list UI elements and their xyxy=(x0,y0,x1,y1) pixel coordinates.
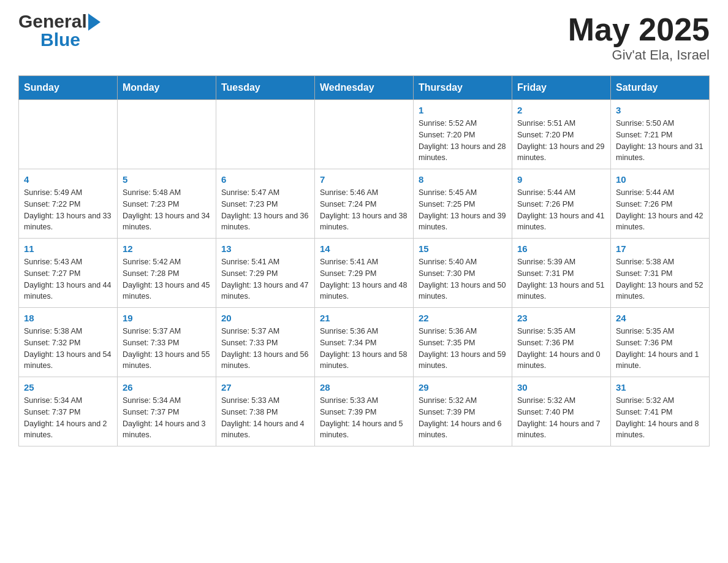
day-number: 4 xyxy=(24,174,112,185)
day-number: 23 xyxy=(517,313,605,323)
day-number: 17 xyxy=(616,243,704,254)
day-info: Sunrise: 5:44 AMSunset: 7:26 PMDaylight:… xyxy=(616,187,704,233)
table-row xyxy=(216,100,315,169)
day-info: Sunrise: 5:32 AMSunset: 7:41 PMDaylight:… xyxy=(616,395,704,441)
logo: General Blue xyxy=(18,12,100,50)
table-row xyxy=(118,100,216,169)
table-row: 19Sunrise: 5:37 AMSunset: 7:33 PMDayligh… xyxy=(118,308,216,377)
page-header: General Blue May 2025 Giv'at Ela, Israel xyxy=(18,12,710,63)
day-number: 8 xyxy=(419,174,507,185)
day-info: Sunrise: 5:35 AMSunset: 7:36 PMDaylight:… xyxy=(517,326,605,372)
day-number: 9 xyxy=(517,174,605,185)
header-saturday: Saturday xyxy=(611,76,710,100)
day-number: 2 xyxy=(517,105,605,115)
day-number: 18 xyxy=(24,313,112,323)
table-row: 16Sunrise: 5:39 AMSunset: 7:31 PMDayligh… xyxy=(512,239,611,308)
table-row: 13Sunrise: 5:41 AMSunset: 7:29 PMDayligh… xyxy=(216,239,315,308)
day-number: 13 xyxy=(221,243,309,254)
table-row: 1Sunrise: 5:52 AMSunset: 7:20 PMDaylight… xyxy=(414,100,512,169)
table-row: 31Sunrise: 5:32 AMSunset: 7:41 PMDayligh… xyxy=(611,377,710,446)
day-info: Sunrise: 5:37 AMSunset: 7:33 PMDaylight:… xyxy=(123,326,211,372)
calendar-week-row: 11Sunrise: 5:43 AMSunset: 7:27 PMDayligh… xyxy=(19,239,710,308)
table-row: 9Sunrise: 5:44 AMSunset: 7:26 PMDaylight… xyxy=(512,169,611,239)
table-row: 11Sunrise: 5:43 AMSunset: 7:27 PMDayligh… xyxy=(19,239,118,308)
day-info: Sunrise: 5:52 AMSunset: 7:20 PMDaylight:… xyxy=(419,118,507,164)
day-number: 10 xyxy=(616,174,704,185)
table-row xyxy=(19,100,118,169)
day-number: 11 xyxy=(24,243,112,254)
table-row: 4Sunrise: 5:49 AMSunset: 7:22 PMDaylight… xyxy=(19,169,118,239)
table-row: 25Sunrise: 5:34 AMSunset: 7:37 PMDayligh… xyxy=(19,377,118,446)
table-row: 10Sunrise: 5:44 AMSunset: 7:26 PMDayligh… xyxy=(611,169,710,239)
header-friday: Friday xyxy=(512,76,611,100)
table-row: 29Sunrise: 5:32 AMSunset: 7:39 PMDayligh… xyxy=(414,377,512,446)
day-info: Sunrise: 5:33 AMSunset: 7:38 PMDaylight:… xyxy=(221,395,309,441)
day-info: Sunrise: 5:41 AMSunset: 7:29 PMDaylight:… xyxy=(221,256,309,302)
day-number: 21 xyxy=(320,313,408,323)
calendar-header-row: Sunday Monday Tuesday Wednesday Thursday… xyxy=(19,76,710,100)
title-block: May 2025 Giv'at Ela, Israel xyxy=(568,12,710,63)
table-row: 3Sunrise: 5:50 AMSunset: 7:21 PMDaylight… xyxy=(611,100,710,169)
calendar-week-row: 25Sunrise: 5:34 AMSunset: 7:37 PMDayligh… xyxy=(19,377,710,446)
day-info: Sunrise: 5:49 AMSunset: 7:22 PMDaylight:… xyxy=(24,187,112,233)
day-info: Sunrise: 5:44 AMSunset: 7:26 PMDaylight:… xyxy=(517,187,605,233)
table-row: 15Sunrise: 5:40 AMSunset: 7:30 PMDayligh… xyxy=(414,239,512,308)
table-row: 23Sunrise: 5:35 AMSunset: 7:36 PMDayligh… xyxy=(512,308,611,377)
table-row: 20Sunrise: 5:37 AMSunset: 7:33 PMDayligh… xyxy=(216,308,315,377)
logo-blue-text: Blue xyxy=(40,29,80,50)
table-row xyxy=(315,100,414,169)
svg-marker-0 xyxy=(88,13,100,31)
table-row: 12Sunrise: 5:42 AMSunset: 7:28 PMDayligh… xyxy=(118,239,216,308)
day-info: Sunrise: 5:38 AMSunset: 7:31 PMDaylight:… xyxy=(616,256,704,302)
header-sunday: Sunday xyxy=(19,76,118,100)
calendar-table: Sunday Monday Tuesday Wednesday Thursday… xyxy=(18,75,710,446)
table-row: 30Sunrise: 5:32 AMSunset: 7:40 PMDayligh… xyxy=(512,377,611,446)
day-number: 20 xyxy=(221,313,309,323)
day-number: 24 xyxy=(616,313,704,323)
day-info: Sunrise: 5:51 AMSunset: 7:20 PMDaylight:… xyxy=(517,118,605,164)
day-number: 5 xyxy=(123,174,211,185)
day-info: Sunrise: 5:33 AMSunset: 7:39 PMDaylight:… xyxy=(320,395,408,441)
table-row: 6Sunrise: 5:47 AMSunset: 7:23 PMDaylight… xyxy=(216,169,315,239)
day-number: 19 xyxy=(123,313,211,323)
calendar-subtitle: Giv'at Ela, Israel xyxy=(568,47,710,63)
day-info: Sunrise: 5:32 AMSunset: 7:39 PMDaylight:… xyxy=(419,395,507,441)
table-row: 28Sunrise: 5:33 AMSunset: 7:39 PMDayligh… xyxy=(315,377,414,446)
header-thursday: Thursday xyxy=(414,76,512,100)
day-info: Sunrise: 5:48 AMSunset: 7:23 PMDaylight:… xyxy=(123,187,211,233)
header-monday: Monday xyxy=(118,76,216,100)
day-info: Sunrise: 5:34 AMSunset: 7:37 PMDaylight:… xyxy=(24,395,112,441)
table-row: 8Sunrise: 5:45 AMSunset: 7:25 PMDaylight… xyxy=(414,169,512,239)
header-wednesday: Wednesday xyxy=(315,76,414,100)
day-info: Sunrise: 5:39 AMSunset: 7:31 PMDaylight:… xyxy=(517,256,605,302)
day-number: 30 xyxy=(517,382,605,393)
day-info: Sunrise: 5:37 AMSunset: 7:33 PMDaylight:… xyxy=(221,326,309,372)
calendar-title: May 2025 xyxy=(568,12,710,47)
table-row: 5Sunrise: 5:48 AMSunset: 7:23 PMDaylight… xyxy=(118,169,216,239)
table-row: 22Sunrise: 5:36 AMSunset: 7:35 PMDayligh… xyxy=(414,308,512,377)
day-number: 29 xyxy=(419,382,507,393)
day-number: 28 xyxy=(320,382,408,393)
day-number: 16 xyxy=(517,243,605,254)
day-info: Sunrise: 5:36 AMSunset: 7:34 PMDaylight:… xyxy=(320,326,408,372)
logo-general-text: General xyxy=(18,12,87,31)
day-number: 22 xyxy=(419,313,507,323)
day-info: Sunrise: 5:45 AMSunset: 7:25 PMDaylight:… xyxy=(419,187,507,233)
logo-arrow-icon xyxy=(88,13,100,31)
day-info: Sunrise: 5:46 AMSunset: 7:24 PMDaylight:… xyxy=(320,187,408,233)
day-info: Sunrise: 5:43 AMSunset: 7:27 PMDaylight:… xyxy=(24,256,112,302)
day-number: 1 xyxy=(419,105,507,115)
day-number: 31 xyxy=(616,382,704,393)
calendar-week-row: 18Sunrise: 5:38 AMSunset: 7:32 PMDayligh… xyxy=(19,308,710,377)
day-info: Sunrise: 5:41 AMSunset: 7:29 PMDaylight:… xyxy=(320,256,408,302)
day-info: Sunrise: 5:34 AMSunset: 7:37 PMDaylight:… xyxy=(123,395,211,441)
table-row: 2Sunrise: 5:51 AMSunset: 7:20 PMDaylight… xyxy=(512,100,611,169)
day-number: 15 xyxy=(419,243,507,254)
day-info: Sunrise: 5:38 AMSunset: 7:32 PMDaylight:… xyxy=(24,326,112,372)
day-info: Sunrise: 5:42 AMSunset: 7:28 PMDaylight:… xyxy=(123,256,211,302)
table-row: 7Sunrise: 5:46 AMSunset: 7:24 PMDaylight… xyxy=(315,169,414,239)
day-info: Sunrise: 5:50 AMSunset: 7:21 PMDaylight:… xyxy=(616,118,704,164)
table-row: 26Sunrise: 5:34 AMSunset: 7:37 PMDayligh… xyxy=(118,377,216,446)
day-number: 25 xyxy=(24,382,112,393)
day-info: Sunrise: 5:47 AMSunset: 7:23 PMDaylight:… xyxy=(221,187,309,233)
